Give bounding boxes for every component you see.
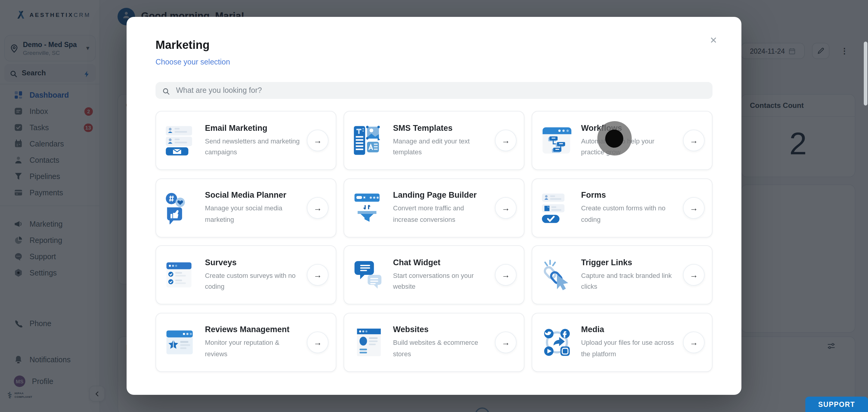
card-title: Trigger Links: [581, 258, 683, 267]
card-title: Forms: [581, 191, 683, 200]
card-description: Manage and edit your text templates: [393, 136, 490, 158]
card-title: Surveys: [205, 258, 307, 267]
media-icon: [541, 326, 573, 358]
arrow-right-button[interactable]: →: [307, 197, 329, 219]
search-icon: [162, 87, 170, 94]
card-title: Media: [581, 325, 683, 334]
card-trigger-links[interactable]: Trigger Links Capture and track branded …: [532, 245, 712, 305]
card-description: Monitor your reputation & reviews: [205, 337, 301, 359]
card-description: Convert more traffic and increase conver…: [393, 203, 490, 225]
cursor-click-indicator: [597, 121, 632, 156]
card-description: Create custom surveys with no coding: [205, 270, 301, 292]
card-title: Email Marketing: [205, 124, 307, 133]
card-description: Capture and track branded link clicks: [581, 270, 678, 292]
arrow-right-button[interactable]: →: [495, 331, 517, 353]
card-description: Manage your social media marketing: [205, 203, 301, 225]
card-description: Start conversations on your website: [393, 270, 490, 292]
arrow-right-button[interactable]: →: [495, 130, 517, 151]
modal-search-input[interactable]: [175, 86, 706, 95]
reviews-management-icon: [164, 326, 197, 358]
card-description: Upload your files for use across the pla…: [581, 337, 678, 359]
card-websites[interactable]: Websites Build websites & ecommerce stor…: [344, 313, 524, 372]
card-sms-templates[interactable]: SMS Templates Manage and edit your text …: [344, 111, 524, 170]
card-description: Send newsletters and marketing campaigns: [205, 136, 301, 158]
app-stage: AESTHETIXCRM Demo - Med Spa Greenville, …: [0, 0, 868, 412]
arrow-right-button[interactable]: →: [495, 264, 517, 286]
arrow-right-button[interactable]: →: [683, 197, 705, 219]
card-description: Create custom forms with no coding: [581, 203, 678, 225]
trigger-links-icon: [541, 259, 573, 291]
close-icon[interactable]: ✕: [710, 35, 717, 46]
card-title: Workflows: [581, 124, 683, 133]
modal-title: Marketing: [156, 39, 210, 52]
surveys-icon: [164, 259, 197, 291]
card-title: SMS Templates: [393, 124, 495, 133]
card-landing-page-builder[interactable]: Landing Page Builder Convert more traffi…: [344, 178, 524, 237]
landing-page-builder-icon: [352, 191, 385, 224]
support-button[interactable]: SUPPORT: [805, 396, 868, 412]
card-email-marketing[interactable]: Email Marketing Send newsletters and mar…: [156, 111, 336, 170]
social-media-planner-icon: [164, 191, 197, 224]
arrow-right-button[interactable]: →: [495, 197, 517, 219]
forms-icon: [541, 191, 573, 224]
card-media[interactable]: Media Upload your files for use across t…: [532, 313, 712, 372]
arrow-right-button[interactable]: →: [683, 331, 705, 353]
modal-card-grid: Email Marketing Send newsletters and mar…: [156, 111, 712, 372]
arrow-right-button[interactable]: →: [683, 130, 705, 151]
modal-search-bar[interactable]: [156, 82, 712, 99]
card-chat-widget[interactable]: Chat Widget Start conversations on your …: [344, 245, 524, 305]
card-title: Landing Page Builder: [393, 191, 495, 200]
modal-subtitle: Choose your selection: [156, 58, 230, 66]
card-surveys[interactable]: Surveys Create custom surveys with no co…: [156, 245, 336, 305]
card-title: Social Media Planner: [205, 191, 307, 200]
card-title: Chat Widget: [393, 258, 495, 267]
card-forms[interactable]: Forms Create custom forms with no coding…: [532, 178, 712, 237]
arrow-right-button[interactable]: →: [307, 331, 329, 353]
app-viewport: AESTHETIXCRM Demo - Med Spa Greenville, …: [0, 0, 868, 412]
chat-widget-icon: [352, 259, 385, 291]
card-description: Build websites & ecommerce stores: [393, 337, 490, 359]
websites-icon: [352, 326, 385, 358]
card-reviews-management[interactable]: Reviews Management Monitor your reputati…: [156, 313, 336, 372]
card-title: Websites: [393, 325, 495, 334]
email-marketing-icon: [164, 124, 197, 157]
arrow-right-button[interactable]: →: [683, 264, 705, 286]
scrollbar-thumb[interactable]: [864, 41, 867, 105]
marketing-modal: Marketing Choose your selection ✕ Email …: [127, 17, 741, 395]
card-title: Reviews Management: [205, 325, 307, 334]
sms-templates-icon: [352, 124, 385, 157]
card-social-media-planner[interactable]: Social Media Planner Manage your social …: [156, 178, 336, 237]
arrow-right-button[interactable]: →: [307, 130, 329, 151]
workflows-icon: [541, 124, 573, 157]
arrow-right-button[interactable]: →: [307, 264, 329, 286]
